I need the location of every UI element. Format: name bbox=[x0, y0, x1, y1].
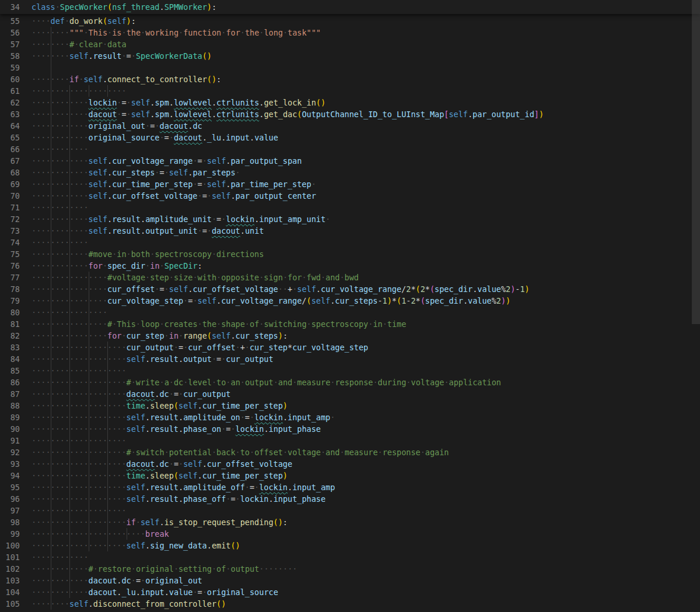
code-line[interactable]: 92····················#·switch·potential… bbox=[0, 446, 700, 458]
code-line[interactable]: 87····················dacout.dc·=·cur_ou… bbox=[0, 388, 700, 400]
line-number[interactable]: 92 bbox=[0, 446, 20, 458]
code-line[interactable]: 100····················self.sig_new_data… bbox=[0, 540, 700, 551]
line-number[interactable]: 99 bbox=[0, 528, 20, 540]
line-number[interactable]: 70 bbox=[0, 190, 20, 202]
code-line[interactable]: 57········#·clear·data bbox=[0, 38, 700, 50]
line-number[interactable]: 80 bbox=[0, 307, 20, 318]
line-number[interactable]: 56 bbox=[0, 27, 20, 38]
code-line[interactable]: 55····def·do_work(self): bbox=[0, 15, 700, 27]
line-number[interactable]: 81 bbox=[0, 318, 20, 330]
line-number[interactable]: 101 bbox=[0, 551, 20, 563]
line-number[interactable]: 34 bbox=[0, 0, 20, 14]
code-line[interactable]: 81················#·This·loop·creates·th… bbox=[0, 318, 700, 330]
line-number[interactable]: 103 bbox=[0, 575, 20, 586]
code-line[interactable]: 102············#·restore·original·settin… bbox=[0, 563, 700, 575]
code-line[interactable]: 103············dacout.dc·=·original_out bbox=[0, 575, 700, 586]
code-line[interactable]: 91···················· bbox=[0, 435, 700, 446]
line-number[interactable]: 74 bbox=[0, 237, 20, 248]
code-editor[interactable]: 34class·SpecWorker(nsf_thread.SPMWorker)… bbox=[0, 0, 700, 612]
line-number[interactable]: 73 bbox=[0, 225, 20, 237]
code-line[interactable]: 88····················time.sleep(self.cu… bbox=[0, 400, 700, 411]
code-line[interactable]: 99························break bbox=[0, 528, 700, 540]
line-number[interactable]: 100 bbox=[0, 540, 20, 551]
line-number[interactable]: 98 bbox=[0, 516, 20, 528]
code-line[interactable]: 63············dacout·=·self.spm.lowlevel… bbox=[0, 108, 700, 120]
line-number[interactable]: 59 bbox=[0, 62, 20, 73]
code-line[interactable]: 75············#move·in·both·spectroscopy… bbox=[0, 248, 700, 260]
line-number[interactable]: 65 bbox=[0, 132, 20, 143]
code-line[interactable]: 65············original_source·=·dacout._… bbox=[0, 132, 700, 143]
line-number[interactable]: 94 bbox=[0, 470, 20, 481]
code-line[interactable]: 104············dacout._lu.input.value·=·… bbox=[0, 586, 700, 598]
line-number[interactable]: 90 bbox=[0, 423, 20, 435]
code-line[interactable]: 98····················if·self.is_stop_re… bbox=[0, 516, 700, 528]
line-number[interactable]: 84 bbox=[0, 353, 20, 365]
code-line[interactable]: 80················ bbox=[0, 307, 700, 318]
code-line[interactable]: 93····················dacout.dc·=·self.c… bbox=[0, 458, 700, 470]
line-number[interactable]: 71 bbox=[0, 202, 20, 213]
code-line[interactable]: 83····················cur_output·=·cur_o… bbox=[0, 342, 700, 353]
code-line[interactable]: 72············self.result.amplitude_unit… bbox=[0, 213, 700, 225]
line-number[interactable]: 85 bbox=[0, 365, 20, 377]
code-line[interactable]: 84····················self.result.output… bbox=[0, 353, 700, 365]
line-number[interactable]: 58 bbox=[0, 50, 20, 62]
code-line[interactable]: 95····················self.result.amplit… bbox=[0, 481, 700, 493]
code-line[interactable]: 34class·SpecWorker(nsf_thread.SPMWorker)… bbox=[0, 0, 700, 14]
code-line[interactable]: 62············lockin·=·self.spm.lowlevel… bbox=[0, 97, 700, 108]
code-line[interactable]: 59 bbox=[0, 62, 700, 73]
line-number[interactable]: 86 bbox=[0, 377, 20, 388]
code-line[interactable]: 89····················self.result.amplit… bbox=[0, 411, 700, 423]
line-number[interactable]: 75 bbox=[0, 248, 20, 260]
scrollbar-thumb[interactable] bbox=[692, 0, 700, 324]
line-number[interactable]: 104 bbox=[0, 586, 20, 598]
line-number[interactable]: 62 bbox=[0, 97, 20, 108]
code-line[interactable]: 68············self.cur_steps·=·self.par_… bbox=[0, 167, 700, 178]
line-number[interactable]: 76 bbox=[0, 260, 20, 272]
line-number[interactable]: 78 bbox=[0, 283, 20, 295]
line-number[interactable]: 67 bbox=[0, 155, 20, 167]
line-number[interactable]: 105 bbox=[0, 598, 20, 610]
line-number[interactable]: 60 bbox=[0, 73, 20, 85]
sticky-scroll-header[interactable]: 34class·SpecWorker(nsf_thread.SPMWorker)… bbox=[0, 0, 700, 14]
line-number[interactable]: 102 bbox=[0, 563, 20, 575]
line-number[interactable]: 93 bbox=[0, 458, 20, 470]
code-line[interactable]: 61···················· bbox=[0, 85, 700, 97]
code-line[interactable]: 66············ bbox=[0, 143, 700, 155]
line-number[interactable]: 88 bbox=[0, 400, 20, 411]
line-number[interactable]: 89 bbox=[0, 411, 20, 423]
line-number[interactable]: 64 bbox=[0, 120, 20, 132]
code-line[interactable]: 82················for·cur_step·in·range(… bbox=[0, 330, 700, 342]
code-line[interactable]: 101············ bbox=[0, 551, 700, 563]
line-number[interactable]: 63 bbox=[0, 108, 20, 120]
code-line[interactable]: 56········"""·This·is·the·working·functi… bbox=[0, 27, 700, 38]
code-line[interactable]: 64············original_out·=·dacout.dc bbox=[0, 120, 700, 132]
code-line[interactable]: 67············self.cur_voltage_range·=·s… bbox=[0, 155, 700, 167]
line-number[interactable]: 91 bbox=[0, 435, 20, 446]
editor-code-area[interactable]: 55····def·do_work(self):56········"""·Th… bbox=[0, 14, 700, 610]
line-number[interactable]: 79 bbox=[0, 295, 20, 307]
code-line[interactable]: 105········self.disconnect_from_controll… bbox=[0, 598, 700, 610]
code-line[interactable]: 97···················· bbox=[0, 505, 700, 516]
code-line[interactable]: 77················#voltage·step·size·wit… bbox=[0, 272, 700, 283]
code-line[interactable]: 78················cur_offset·=·self.cur_… bbox=[0, 283, 700, 295]
line-number[interactable]: 69 bbox=[0, 178, 20, 190]
line-number[interactable]: 77 bbox=[0, 272, 20, 283]
code-line[interactable]: 76············for·spec_dir·in·SpecDir: bbox=[0, 260, 700, 272]
line-number[interactable]: 95 bbox=[0, 481, 20, 493]
line-number[interactable]: 72 bbox=[0, 213, 20, 225]
code-line[interactable]: 70············self.cur_offset_voltage·=·… bbox=[0, 190, 700, 202]
code-line[interactable]: 69············self.cur_time_per_step·=·s… bbox=[0, 178, 700, 190]
line-number[interactable]: 82 bbox=[0, 330, 20, 342]
code-line[interactable]: 96····················self.result.phase_… bbox=[0, 493, 700, 505]
code-line[interactable]: 90····················self.result.phase_… bbox=[0, 423, 700, 435]
code-line[interactable]: 79················cur_voltage_step·=·sel… bbox=[0, 295, 700, 307]
line-number[interactable]: 83 bbox=[0, 342, 20, 353]
code-line[interactable]: 94····················time.sleep(self.cu… bbox=[0, 470, 700, 481]
code-line[interactable]: 73············self.result.output_unit·=·… bbox=[0, 225, 700, 237]
line-number[interactable]: 55 bbox=[0, 15, 20, 27]
line-number[interactable]: 97 bbox=[0, 505, 20, 516]
vertical-scrollbar[interactable] bbox=[692, 0, 700, 612]
line-number[interactable]: 87 bbox=[0, 388, 20, 400]
line-number[interactable]: 66 bbox=[0, 143, 20, 155]
code-line[interactable]: 60········if·self.connect_to_controller(… bbox=[0, 73, 700, 85]
